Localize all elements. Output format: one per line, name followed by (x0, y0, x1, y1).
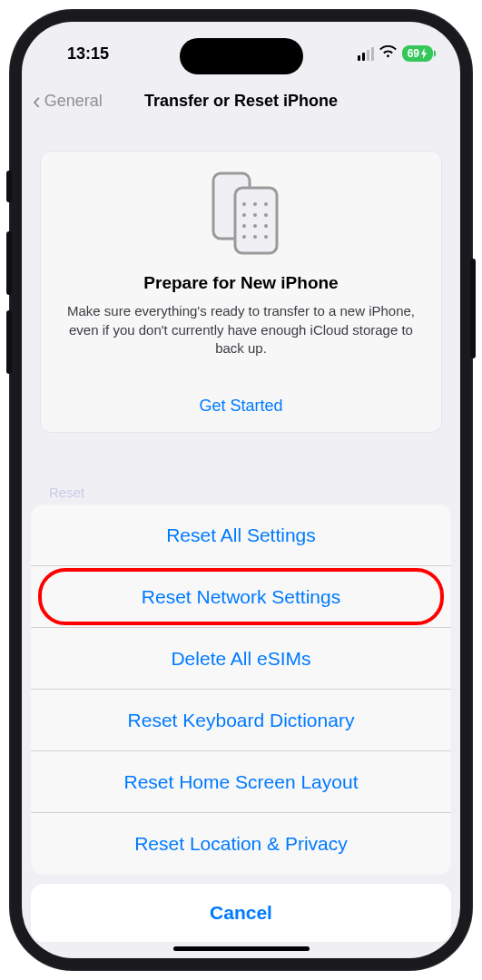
reset-keyboard-dictionary-button[interactable]: Reset Keyboard Dictionary (31, 690, 451, 751)
reset-all-settings-button[interactable]: Reset All Settings (31, 505, 451, 566)
volume-down-button (6, 310, 12, 374)
sheet-item-label: Reset Location & Privacy (134, 833, 348, 855)
home-indicator[interactable] (173, 946, 310, 951)
reset-label-background: Reset (49, 485, 84, 500)
reset-network-settings-button[interactable]: Reset Network Settings (31, 566, 451, 628)
silent-switch (6, 171, 12, 202)
sheet-item-label: Reset Home Screen Layout (124, 771, 359, 793)
volume-up-button (6, 231, 12, 295)
sheet-item-label: Reset Network Settings (142, 586, 340, 608)
power-button (470, 259, 476, 358)
phone-frame: 13:15 69 ‹ General Transfer or Reset iPh… (9, 9, 473, 971)
action-sheet: Reset Reset All Settings Reset Network S… (31, 505, 451, 942)
reset-location-privacy-button[interactable]: Reset Location & Privacy (31, 813, 451, 875)
screen: 13:15 69 ‹ General Transfer or Reset iPh… (22, 22, 460, 958)
delete-all-esims-button[interactable]: Delete All eSIMs (31, 628, 451, 690)
cancel-label: Cancel (210, 902, 272, 924)
reset-home-screen-layout-button[interactable]: Reset Home Screen Layout (31, 751, 451, 813)
action-sheet-options: Reset All Settings Reset Network Setting… (31, 505, 451, 875)
sheet-item-label: Delete All eSIMs (171, 648, 310, 670)
sheet-item-label: Reset Keyboard Dictionary (128, 710, 355, 731)
cancel-button[interactable]: Cancel (31, 884, 451, 942)
sheet-item-label: Reset All Settings (166, 524, 316, 546)
